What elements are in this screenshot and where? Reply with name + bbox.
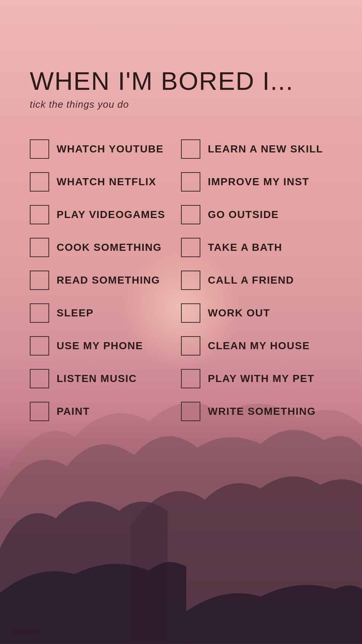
checklist-item-work-out: WORK OUT xyxy=(181,297,332,329)
label-sleep: SLEEP xyxy=(57,307,93,319)
label-write-something: WRITE SOMETHING xyxy=(208,405,316,417)
checklist-item-paint: PAINT xyxy=(30,395,181,428)
label-work-out: WORK OUT xyxy=(208,307,270,319)
checklist-item-read-something: READ SOMETHING xyxy=(30,264,181,297)
label-use-my-phone: USE MY PHONE xyxy=(57,340,143,352)
checklist-item-sleep: SLEEP xyxy=(30,297,181,329)
label-watch-netflix: WHATCH NETFLIX xyxy=(57,176,156,188)
watermark: modif.ai xyxy=(11,627,40,637)
checkbox-read-something[interactable] xyxy=(30,271,49,290)
label-call-a-friend: CALL A FRIEND xyxy=(208,274,294,286)
checkbox-learn-new-skill[interactable] xyxy=(181,139,200,159)
label-watch-youtube: WHATCH YOUTUBE xyxy=(57,143,164,155)
label-listen-music: LISTEN MUSIC xyxy=(57,373,137,385)
label-paint: PAINT xyxy=(57,405,90,417)
label-read-something: READ SOMETHING xyxy=(57,274,160,286)
checklist-item-play-with-my-pet: PLAY WITH MY PET xyxy=(181,362,332,395)
checklist-item-cook-something: COOK SOMETHING xyxy=(30,231,181,264)
checkbox-clean-my-house[interactable] xyxy=(181,336,200,356)
label-play-videogames: PLAY VIDEOGAMES xyxy=(57,209,165,221)
checklist-item-listen-music: LISTEN MUSIC xyxy=(30,362,181,395)
checkbox-cook-something[interactable] xyxy=(30,238,49,257)
page-title: WHEN I'M BORED I... xyxy=(30,67,332,95)
main-content: WHEN I'M BORED I... tick the things you … xyxy=(0,0,362,450)
label-take-a-bath: TAKE A BATH xyxy=(208,242,282,253)
checkbox-watch-youtube[interactable] xyxy=(30,139,49,159)
checkbox-improve-my-inst[interactable] xyxy=(181,172,200,192)
label-play-with-my-pet: PLAY WITH MY PET xyxy=(208,373,314,385)
checkbox-listen-music[interactable] xyxy=(30,369,49,388)
checklist-item-clean-my-house: CLEAN MY HOUSE xyxy=(181,329,332,362)
checklist-item-use-my-phone: USE MY PHONE xyxy=(30,329,181,362)
checkbox-play-with-my-pet[interactable] xyxy=(181,369,200,388)
checklist-item-improve-my-inst: IMPROVE MY INST xyxy=(181,165,332,198)
checkbox-sleep[interactable] xyxy=(30,303,49,323)
checklist-item-learn-new-skill: LEARN A NEW SKILL xyxy=(181,133,332,165)
page-subtitle: tick the things you do xyxy=(30,99,332,110)
checklist-item-take-a-bath: TAKE A BATH xyxy=(181,231,332,264)
checkbox-call-a-friend[interactable] xyxy=(181,271,200,290)
checklist-item-play-videogames: PLAY VIDEOGAMES xyxy=(30,198,181,231)
checkbox-paint[interactable] xyxy=(30,402,49,421)
checklist-item-call-a-friend: CALL A FRIEND xyxy=(181,264,332,297)
label-cook-something: COOK SOMETHING xyxy=(57,242,162,253)
checkbox-go-outside[interactable] xyxy=(181,205,200,224)
label-improve-my-inst: IMPROVE MY INST xyxy=(208,176,309,188)
label-clean-my-house: CLEAN MY HOUSE xyxy=(208,340,310,352)
checkbox-watch-netflix[interactable] xyxy=(30,172,49,192)
checklist-item-go-outside: GO OUTSIDE xyxy=(181,198,332,231)
checklist-grid: WHATCH YOUTUBELEARN A NEW SKILLWHATCH NE… xyxy=(30,133,332,428)
checklist-item-watch-netflix: WHATCH NETFLIX xyxy=(30,165,181,198)
checkbox-write-something[interactable] xyxy=(181,402,200,421)
checkbox-play-videogames[interactable] xyxy=(30,205,49,224)
checkbox-use-my-phone[interactable] xyxy=(30,336,49,356)
checklist-item-watch-youtube: WHATCH YOUTUBE xyxy=(30,133,181,165)
checkbox-work-out[interactable] xyxy=(181,303,200,323)
label-learn-new-skill: LEARN A NEW SKILL xyxy=(208,143,323,155)
label-go-outside: GO OUTSIDE xyxy=(208,209,279,221)
checkbox-take-a-bath[interactable] xyxy=(181,238,200,257)
checklist-item-write-something: WRITE SOMETHING xyxy=(181,395,332,428)
